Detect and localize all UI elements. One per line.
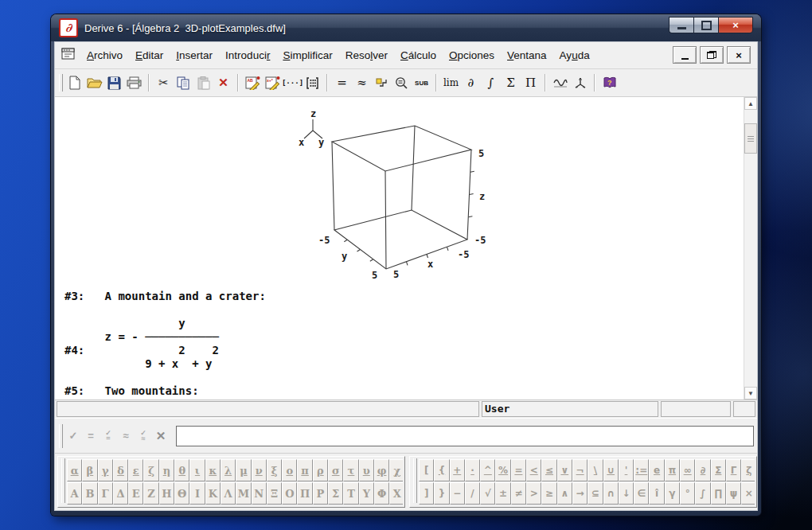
mdi-restore-button[interactable] [700,46,724,64]
entry-bar-grip[interactable] [59,424,63,448]
greek-letter-button[interactable]: Ρ [313,482,328,505]
menu-item[interactable]: Archivo [80,46,129,64]
greek-letter-button[interactable]: Ξ [267,482,282,505]
greek-letter-button[interactable]: Σ [328,482,343,505]
new-file-button[interactable] [64,72,84,93]
save-button[interactable] [104,72,124,93]
math-symbol-button[interactable]: ∩ [603,482,619,505]
math-symbol-button[interactable]: ∨ [557,459,572,481]
greek-letter-button[interactable]: Γ [98,482,113,505]
greek-letter-button[interactable]: ε [128,459,143,481]
product-button[interactable]: Π [521,72,541,93]
greek-letter-button[interactable]: α [67,459,82,481]
greek-letter-button[interactable]: Ν [252,482,267,505]
math-symbol-button[interactable]: ' [619,459,634,481]
document-window-icon[interactable] [61,48,75,63]
greek-letter-button[interactable]: Υ [359,482,374,505]
greek-letter-button[interactable]: Η [159,482,174,505]
scrollbar-thumb[interactable] [744,123,757,154]
math-symbol-button[interactable]: e [649,459,664,481]
minimize-button[interactable] [669,17,693,33]
math-symbol-button[interactable]: γ [665,482,680,505]
math-symbol-button[interactable]: ] [419,482,434,505]
greek-letter-button[interactable]: ζ [143,459,158,481]
greek-letter-button[interactable]: Χ [389,482,403,505]
math-symbol-button[interactable]: ≤ [541,459,556,481]
greek-letter-button[interactable]: θ [174,459,189,481]
derivative-button[interactable]: ∂ [461,72,481,93]
author-button[interactable]: ✓ [64,427,82,446]
menu-item[interactable]: Opciones [443,46,501,64]
greek-letter-button[interactable]: η [159,459,174,481]
greek-letter-button[interactable]: π [297,459,312,481]
plot-3d-button[interactable] [570,72,590,93]
greek-letter-button[interactable]: υ [359,459,374,481]
mdi-close-button[interactable]: × [727,46,751,64]
greek-toolbar-grip[interactable] [61,458,65,503]
subscript-button[interactable]: SUB [412,72,431,93]
math-symbol-button[interactable]: → [572,482,588,505]
mdi-minimize-button[interactable] [673,46,697,64]
maximize-button[interactable] [693,17,718,33]
toolbar-grip[interactable] [59,74,63,92]
greek-letter-button[interactable]: Κ [205,482,221,505]
math-symbol-button[interactable]: + [450,459,465,481]
insert-text-button[interactable]: AB [243,72,263,93]
scrollbar-track[interactable] [744,110,757,387]
math-symbol-button[interactable]: ≥ [541,482,556,505]
copy-button[interactable] [174,72,193,93]
math-toolbar-grip[interactable] [413,458,417,503]
scroll-up-button[interactable]: ▲ [744,97,757,110]
greek-letter-button[interactable]: Ε [128,482,143,505]
math-symbol-button[interactable]: % [495,459,510,481]
menu-item[interactable]: Resolver [339,46,394,64]
math-symbol-button[interactable]: î [649,482,664,505]
greek-letter-button[interactable]: φ [374,459,389,481]
math-symbol-button[interactable]: ° [680,482,695,505]
greek-letter-button[interactable]: ξ [267,459,282,481]
menu-item[interactable]: Simplificar [276,46,338,64]
math-symbol-button[interactable]: ∪ [603,459,619,481]
insert-matrix-button[interactable] [303,72,322,93]
greek-letter-button[interactable]: Α [67,482,82,505]
titlebar[interactable]: ∂ Derive 6 - [Álgebra 2 3D-plotExamples.… [51,14,761,41]
math-symbol-button[interactable]: √ [480,482,495,505]
delete-button[interactable]: ✕ [213,72,233,93]
greek-letter-button[interactable]: Ο [282,482,297,505]
menu-item[interactable]: Ayuda [553,46,596,64]
math-symbol-button[interactable]: ± [495,482,510,505]
greek-letter-button[interactable]: ι [189,459,205,481]
greek-letter-button[interactable]: Δ [113,482,128,505]
limit-button[interactable]: lim [441,72,461,93]
insert-expression-button[interactable]: x+* [263,72,283,93]
greek-letter-button[interactable]: ν [252,459,267,481]
greek-letter-button[interactable]: Ζ [143,482,158,505]
math-symbol-button[interactable]: [ [419,459,434,481]
worksheet[interactable]: z x y 5 z -5 -5 x 5 -5 y [55,97,744,399]
sum-button[interactable]: Σ [501,72,521,93]
greek-letter-button[interactable]: ο [282,459,297,481]
greek-letter-button[interactable]: Β [82,482,97,505]
math-symbol-button[interactable]: = [511,459,526,481]
math-symbol-button[interactable]: \ [588,459,603,481]
greek-letter-button[interactable]: Μ [236,482,251,505]
integral-button[interactable]: ∫ [481,72,501,93]
math-symbol-button[interactable]: ≠ [511,482,526,505]
math-symbol-button[interactable]: := [634,459,649,481]
plot-2d-button[interactable] [550,72,570,93]
math-symbol-button[interactable]: ψ [726,482,741,505]
author-approximate-button[interactable]: ✓≈ [135,427,152,446]
math-symbol-button[interactable]: ↓ [619,482,634,505]
greek-letter-button[interactable]: Ι [189,482,205,505]
math-symbol-button[interactable]: Γ [726,459,741,481]
math-symbol-button[interactable]: Σ [711,459,726,481]
help-button[interactable]: ? [599,72,619,93]
greek-letter-button[interactable]: χ [389,459,403,481]
math-symbol-button[interactable]: < [526,459,541,481]
greek-letter-button[interactable]: Θ [174,482,189,505]
simplify-button[interactable]: = [332,72,352,93]
substitute-button[interactable] [372,72,392,93]
math-symbol-button[interactable]: } [434,482,449,505]
cut-button[interactable]: ✂ [154,72,174,93]
math-symbol-button[interactable]: / [465,482,480,505]
